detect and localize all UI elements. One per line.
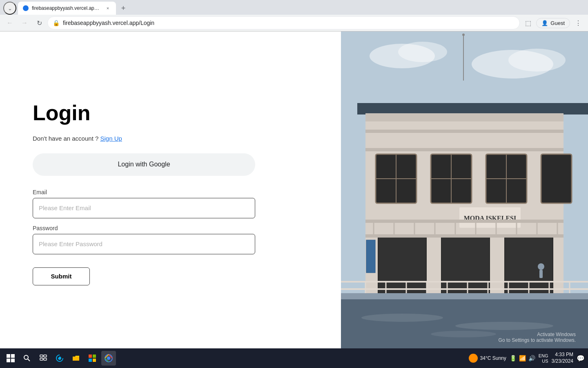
notification-button[interactable]: 💬 [577,355,585,362]
activate-line2: Go to Settings to activate Windows. [499,337,576,343]
explorer-button[interactable] [69,351,83,366]
svg-rect-67 [366,240,375,273]
svg-rect-46 [365,130,564,133]
language-text: ENG [539,353,548,358]
search-icon [23,355,31,362]
system-icons: 🔋 📶 🔊 [510,355,535,361]
svg-rect-80 [93,355,96,358]
language-region: ENG US [539,353,548,364]
svg-rect-81 [89,359,92,362]
refresh-button[interactable]: ↻ [33,16,46,29]
chrome-button[interactable] [101,351,116,366]
new-tab-button[interactable]: + [118,2,129,14]
svg-rect-75 [40,355,43,357]
svg-rect-20 [541,154,572,203]
email-form-group: Email [33,189,308,218]
svg-rect-15 [442,237,489,296]
svg-rect-9 [357,103,588,114]
date-display: 3/23/2024 [552,358,573,365]
svg-point-2 [398,42,447,62]
store-icon [88,354,96,362]
task-view-button[interactable] [36,351,51,366]
svg-rect-71 [7,359,10,362]
login-panel: Login Don't have an account ? Sign Up Lo… [0,31,341,355]
address-bar[interactable]: 🔒 firebaseappbyyash.vercel.app/Login [47,16,520,29]
menu-button[interactable]: ⋮ [572,16,585,29]
time-display: 4:33 PM [552,352,573,358]
svg-point-51 [431,331,496,337]
svg-rect-69 [7,354,10,358]
building-illustration: MODA ISKELESI [341,31,588,355]
system-tray: 34°C Sunny 🔋 📶 🔊 ENG US 4:33 PM 3/23/202… [469,352,585,364]
svg-point-50 [455,322,553,330]
password-input[interactable] [33,234,255,254]
browser-toolbar: ← → ↻ 🔒 firebaseappbyyash.vercel.app/Log… [0,15,588,31]
svg-rect-79 [89,355,92,358]
task-view-icon [40,355,47,362]
svg-rect-72 [11,359,15,362]
svg-rect-10 [365,113,564,121]
svg-rect-66 [539,270,543,278]
browser-actions: ⬚ 👤 Guest ⋮ [521,16,585,29]
tab-title: firebaseappbyyash.vercel.app/L... [32,5,101,11]
password-label: Password [33,225,308,231]
browser-chrome: ⌄ firebaseappbyyash.vercel.app/L... × + … [0,0,588,31]
tab-favicon [23,5,29,11]
security-icon: 🔒 [53,20,60,26]
activate-line1: Activate Windows [499,332,576,337]
svg-point-73 [24,355,28,359]
svg-rect-44 [365,234,564,238]
start-button[interactable] [3,351,18,366]
weather-info: 34°C Sunny [469,354,506,363]
email-input[interactable] [33,198,255,218]
edge-icon [56,354,64,362]
page-title: Login [33,101,308,125]
edge-button[interactable] [52,351,67,366]
activate-windows-text: Activate Windows Go to Settings to activ… [499,332,576,343]
battery-icon: 🔋 [510,355,517,361]
clock: 4:33 PM 3/23/2024 [552,352,573,364]
signup-prompt: Don't have an account ? Sign Up [33,135,308,142]
back-button[interactable]: ← [3,16,16,29]
active-tab[interactable]: firebaseappbyyash.vercel.app/L... × [18,2,116,15]
windows-icon [7,354,15,362]
volume-icon: 🔊 [528,355,535,361]
weather-icon [469,354,478,363]
page-content: Login Don't have an account ? Sign Up Lo… [0,31,588,355]
signup-link[interactable]: Sign Up [100,135,122,142]
tab-list-button[interactable]: ⌄ [3,2,16,15]
region-text: US [542,359,548,364]
svg-rect-45 [365,148,564,151]
folder-icon [72,354,80,362]
svg-rect-82 [93,359,96,362]
wifi-icon: 📶 [519,355,526,361]
submit-button[interactable]: Submit [33,267,90,285]
svg-rect-48 [341,293,588,299]
taskbar: 34°C Sunny 🔋 📶 🔊 ENG US 4:33 PM 3/23/202… [0,348,588,368]
store-button[interactable] [85,351,100,366]
weather-text: 34°C Sunny [480,355,506,361]
svg-rect-78 [44,358,47,360]
google-login-button[interactable]: Login with Google [33,153,255,176]
tab-close-button[interactable]: × [105,5,111,11]
svg-rect-76 [44,355,47,357]
svg-point-4 [508,49,566,72]
svg-rect-53 [341,281,588,283]
password-form-group: Password [33,225,308,254]
image-panel: MODA ISKELESI [341,31,588,355]
profile-label: Guest [550,20,565,26]
svg-line-74 [28,359,30,361]
svg-rect-70 [11,354,15,358]
signup-prompt-text: Don't have an account ? [33,135,98,142]
split-screen-button[interactable]: ⬚ [521,16,535,29]
profile-button[interactable]: 👤 Guest [536,18,570,28]
profile-icon: 👤 [541,20,548,26]
svg-point-6 [462,34,465,36]
chrome-icon [105,354,113,362]
svg-point-49 [361,314,443,322]
forward-button[interactable]: → [18,16,31,29]
svg-point-65 [538,263,544,270]
svg-rect-77 [40,358,43,360]
building-background: MODA ISKELESI [341,31,588,355]
search-button[interactable] [20,351,34,366]
